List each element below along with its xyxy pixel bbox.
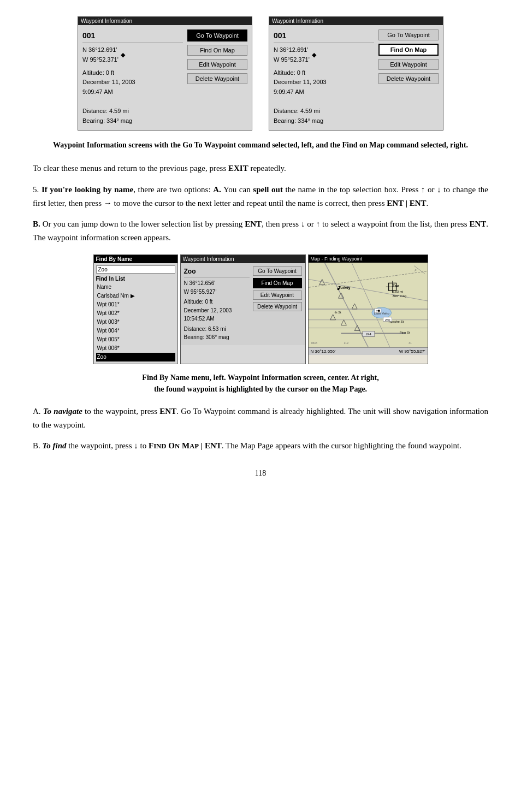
right-screen-title: Waypoint Information [269, 17, 443, 25]
right-screen-body: 001 N 36°12.691' W 95°52.371' ◆ Altitude… [269, 25, 443, 130]
paragraph4: A. To navigate to the waypoint, press EN… [33, 405, 488, 432]
center-wp-altitude: Altitude: 0 ft [184, 298, 250, 306]
svg-text:↗: ↗ [414, 268, 417, 271]
right-find-on-map-btn[interactable]: Find On Map [378, 44, 439, 56]
right-goto-waypoint-btn[interactable]: Go To Waypoint [378, 29, 439, 40]
center-wp-info: Zoo N 36°12.656' W 95°55.927' Altitude: … [184, 266, 250, 342]
find-list-header: Name [96, 283, 175, 292]
find-list-item-carlsbad[interactable]: Carlsbad Nm ▶ [96, 292, 175, 300]
right-time: 9:09:47 AM [274, 87, 374, 97]
map-content: 244 Lake Veho Turkey Zoo 6.53 mi 306° ma… [309, 263, 428, 347]
find-list-item-wpt002[interactable]: Wpt 002* [96, 309, 175, 318]
left-screen-title: Waypoint Information [78, 17, 252, 25]
svg-text:260: 260 [384, 318, 390, 322]
page-number: 118 [33, 469, 488, 478]
center-wp-id: Zoo [184, 266, 250, 278]
svg-text:8315: 8315 [311, 342, 317, 345]
find-by-name-box: Find By Name Zoo Find In List Name Carls… [93, 254, 178, 364]
left-screen: Waypoint Information 001 N 36°12.691' W … [78, 16, 252, 131]
center-wp-body: Zoo N 36°12.656' W 95°55.927' Altitude: … [181, 263, 305, 345]
left-coords: N 36°12.691' W 95°52.371' ◆ [82, 45, 183, 64]
svg-text:31: 31 [408, 342, 412, 345]
left-screen-body: 001 N 36°12.691' W 95°52.371' ◆ Altitude… [78, 25, 252, 130]
left-bearing: Bearing: 334° mag [82, 116, 183, 126]
find-list-item-wpt001[interactable]: Wpt 001* [96, 300, 175, 309]
paragraph3: B. Or you can jump down to the lower sel… [33, 217, 488, 245]
svg-text:th St: th St [334, 311, 341, 314]
center-wp-title: Waypoint Information [181, 255, 305, 263]
right-edit-waypoint-btn[interactable]: Edit Waypoint [378, 59, 439, 70]
right-delete-waypoint-btn[interactable]: Delete Waypoint [378, 73, 439, 84]
left-delete-waypoint-btn[interactable]: Delete Waypoint [187, 73, 247, 84]
top-screenshots-row: Waypoint Information 001 N 36°12.691' W … [33, 16, 488, 131]
center-wp-distance: Distance: 6.53 mi [184, 325, 250, 334]
left-waypoint-id: 001 [82, 29, 183, 43]
top-caption: Waypoint Information screens with the Go… [33, 139, 488, 151]
left-coords-text: N 36°12.691' W 95°52.371' [82, 45, 119, 64]
bottom-screenshots-row: Find By Name Zoo Find In List Name Carls… [33, 254, 488, 364]
right-screen: Waypoint Information 001 N 36°12.691' W … [269, 16, 443, 131]
right-date: December 11, 2003 [274, 78, 374, 87]
center-edit-waypoint-btn[interactable]: Edit Waypoint [253, 291, 302, 300]
center-wp-time: 10:54:52 AM [184, 315, 250, 323]
svg-text:306° mag: 306° mag [392, 294, 406, 298]
left-altitude: Altitude: 0 ft [82, 68, 183, 78]
map-svg: 244 Lake Veho Turkey Zoo 6.53 mi 306° ma… [309, 263, 428, 347]
find-in-list-label: Find In List [96, 276, 175, 282]
right-coords: N 36°12.691' W 95°52.371' ◆ [274, 45, 374, 64]
right-waypoint-id: 001 [274, 29, 374, 43]
right-arrow-icon: ◆ [312, 50, 316, 60]
map-box: Map - Finding Waypoint 244 [308, 254, 428, 364]
center-goto-waypoint-btn[interactable]: Go To Waypoint [253, 266, 302, 276]
left-goto-waypoint-btn[interactable]: Go To Waypoint [187, 29, 247, 42]
find-list-item-wpt005[interactable]: Wpt 005* [96, 335, 175, 344]
svg-text:Turkey: Turkey [338, 286, 350, 290]
right-altitude: Altitude: 0 ft [274, 68, 374, 78]
center-find-on-map-btn[interactable]: Find On Map [253, 278, 302, 288]
svg-point-34 [377, 310, 380, 312]
right-coords-text: N 36°12.691' W 95°52.371' [274, 45, 310, 64]
find-search-field[interactable]: Zoo [96, 265, 175, 274]
center-wp-coords: N 36°12.656' W 95°55.927' [184, 279, 250, 296]
svg-text:244: 244 [366, 333, 372, 336]
svg-text:119: 119 [344, 342, 348, 345]
left-distance: Distance: 4.59 mi [82, 106, 183, 116]
find-by-name-body: Zoo Find In List Name Carlsbad Nm ▶ Wpt … [94, 263, 177, 364]
center-wp-buttons: Go To Waypoint Find On Map Edit Waypoint… [253, 266, 302, 342]
svg-text:Pine St: Pine St [399, 330, 410, 334]
left-edit-waypoint-btn[interactable]: Edit Waypoint [187, 59, 247, 70]
map-title: Map - Finding Waypoint [309, 255, 428, 263]
left-find-on-map-btn[interactable]: Find On Map [187, 45, 247, 56]
paragraph5: B. To find the waypoint, press ↓ to FIND… [33, 439, 488, 453]
left-arrow-icon: ◆ [121, 50, 125, 60]
find-list-item-zoo[interactable]: Zoo [96, 353, 175, 361]
right-screen-info: 001 N 36°12.691' W 95°52.371' ◆ Altitude… [274, 29, 374, 126]
map-footer-left: N 36°12.656' [311, 349, 336, 354]
center-delete-waypoint-btn[interactable]: Delete Waypoint [253, 302, 302, 311]
right-bearing: Bearing: 334° mag [274, 116, 374, 126]
right-distance: Distance: 4.59 mi [274, 106, 374, 116]
find-list-item-wpt006[interactable]: Wpt 006* [96, 344, 175, 353]
left-screen-buttons: Go To Waypoint Find On Map Edit Waypoint… [187, 29, 247, 126]
center-waypoint-info-box: Waypoint Information Zoo N 36°12.656' W … [180, 254, 306, 364]
paragraph1: To clear these menus and return to the p… [33, 162, 488, 175]
map-footer: N 36°12.656' W 95°55.927' [309, 347, 428, 355]
left-time: 9:09:47 AM [82, 87, 183, 97]
find-list-item-wpt004[interactable]: Wpt 004* [96, 327, 175, 335]
left-date: December 11, 2003 [82, 78, 183, 87]
left-screen-info: 001 N 36°12.691' W 95°52.371' ◆ Altitude… [82, 29, 183, 126]
map-footer-right: W 95°55.927' [399, 349, 425, 354]
bottom-caption: Find By Name menu, left. Waypoint Inform… [33, 372, 488, 395]
find-list-item-wpt003[interactable]: Wpt 003* [96, 318, 175, 327]
paragraph2: 5. If you're looking by name, there are … [33, 183, 488, 210]
center-wp-date: December 12, 2003 [184, 306, 250, 315]
center-wp-bearing: Bearing: 306° mag [184, 333, 250, 342]
svg-point-33 [337, 288, 339, 290]
right-screen-buttons: Go To Waypoint Find On Map Edit Waypoint… [378, 29, 439, 126]
find-by-name-title: Find By Name [94, 255, 177, 263]
